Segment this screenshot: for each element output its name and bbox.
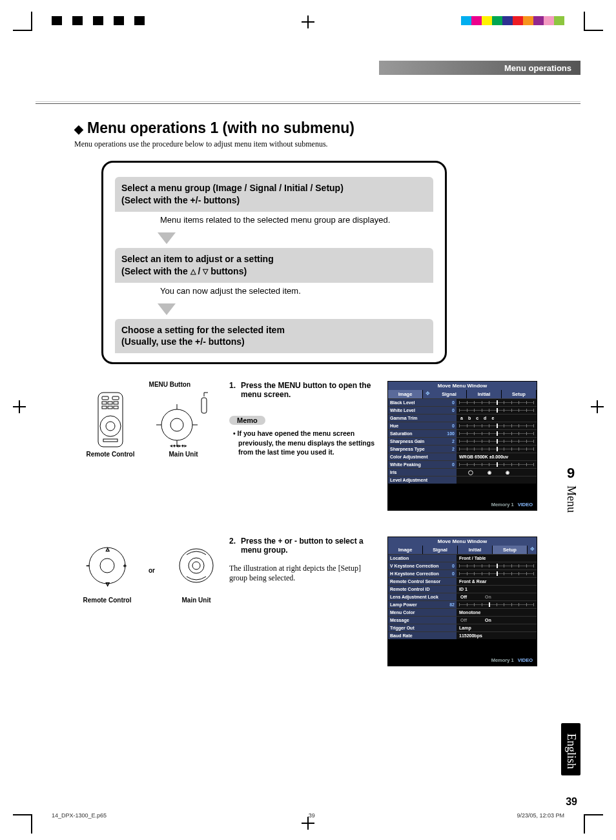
crop-mark-br — [584, 814, 603, 834]
svg-text:+: + — [123, 563, 127, 569]
flow-step-2-pre: (Select with the — [121, 266, 190, 276]
svg-point-27 — [189, 558, 204, 573]
menu-screenshot-2: Move Menu WindowImageSignalInitialSetup✥… — [387, 537, 537, 666]
instruction-row-1: MENU Button Remote Control — [74, 381, 546, 511]
svg-rect-3 — [102, 402, 107, 404]
footer-date: 9/23/05, 12:03 PM — [517, 812, 564, 819]
crop-mark-tl — [13, 12, 32, 31]
flow-step-2-line2: (Select with the △ / ▽ buttons) — [121, 265, 427, 278]
language-label: English — [564, 733, 578, 769]
flow-step-3-heading: Choose a setting for the selected item (… — [121, 325, 285, 347]
flow-step-2: Select an item to adjust or a setting (S… — [115, 248, 433, 283]
crop-mark-bl — [13, 814, 32, 834]
flow-step-1-note: Menu items related to the selected menu … — [115, 212, 433, 231]
svg-rect-4 — [108, 402, 112, 404]
color-bar-left — [52, 16, 155, 25]
step-2-note: The illustration at right depicts the [S… — [229, 564, 376, 583]
numbered-step-2: 2. Press the + or - button to select a m… — [229, 537, 376, 555]
header-section-bar: Menu operations — [36, 61, 580, 75]
flow-step-2-post: buttons) — [208, 266, 247, 276]
flow-step-2-note: You can now adjust the selected item. — [115, 283, 433, 302]
main-unit-dial-drawing: Main Unit — [170, 537, 222, 604]
svg-point-26 — [180, 549, 213, 582]
svg-text:−: − — [87, 563, 90, 569]
step-text-2: Press the + or - button to select a menu… — [241, 537, 376, 555]
main-unit-dial-icon — [174, 543, 219, 588]
svg-point-12 — [161, 409, 192, 440]
svg-point-21 — [100, 558, 114, 573]
registration-mark-top — [302, 15, 314, 28]
language-tab: English — [561, 723, 580, 775]
remote-icon — [94, 391, 127, 448]
memo-body-text: If you have opened the menu screen previ… — [238, 429, 375, 455]
svg-point-13 — [170, 418, 183, 431]
remote-dial-drawing: △▽ −+ Remote Control — [81, 537, 133, 604]
footer-page: 39 — [309, 812, 315, 819]
memo-body: • If you have opened the menu screen pre… — [229, 429, 376, 456]
registration-mark-left — [13, 400, 26, 413]
svg-rect-6 — [102, 406, 107, 409]
or-label: or — [149, 567, 155, 574]
main-unit-drawing: ◂ + ◂ ▸ + ▸ Main Unit — [148, 391, 219, 458]
svg-point-9 — [100, 416, 121, 436]
svg-point-28 — [192, 562, 200, 569]
menu-button-label: MENU Button — [74, 381, 229, 388]
instruction-row-2: △▽ −+ Remote Control or Main Unit — [74, 537, 546, 666]
svg-text:▽: ▽ — [106, 582, 110, 586]
header-section-title: Menu operations — [504, 63, 571, 73]
header-rule-light — [36, 101, 580, 102]
svg-rect-5 — [114, 402, 118, 404]
svg-rect-18 — [201, 398, 207, 413]
remote-control-drawing: Remote Control — [85, 391, 136, 458]
chapter-word: Menu — [564, 486, 578, 513]
remote-caption: Remote Control — [85, 451, 136, 458]
numbered-step-1: 1. Press the MENU button to open the men… — [229, 381, 376, 399]
flow-step-1-heading: Select a menu group (Image / Signal / In… — [121, 183, 344, 205]
svg-rect-11 — [103, 439, 118, 442]
main-unit-caption-2: Main Unit — [170, 597, 222, 604]
memo-heading: Memo — [229, 416, 265, 425]
step-number-2: 2. — [229, 537, 236, 555]
registration-mark-right — [591, 400, 604, 413]
page-number: 39 — [566, 796, 577, 808]
crop-mark-tr — [584, 12, 603, 31]
svg-point-10 — [106, 422, 115, 431]
footer-filename: 14_DPX-1300_E.p65 — [52, 812, 107, 819]
svg-rect-7 — [108, 406, 112, 409]
svg-point-20 — [89, 548, 125, 584]
flow-step-3: Choose a setting for the selected item (… — [115, 319, 433, 354]
chapter-number: 9 — [561, 465, 580, 482]
svg-rect-8 — [114, 406, 118, 409]
chapter-tab: 9 Menu — [561, 465, 580, 523]
device-illustration-1: MENU Button Remote Control — [74, 381, 229, 511]
remote-dial-icon: △▽ −+ — [85, 543, 130, 588]
header-rule — [36, 103, 580, 104]
intro-text: Menu operations use the procedure below … — [74, 139, 546, 149]
triangle-up-icon: △ — [190, 267, 196, 276]
diamond-bullet-icon: ◆ — [74, 123, 83, 136]
instruction-text-1: 1. Press the MENU button to open the men… — [229, 381, 387, 511]
main-unit-icon: ◂ + ◂ ▸ + ▸ — [151, 391, 216, 448]
svg-text:◂ + ◂ ▸ + ▸: ◂ + ◂ ▸ + ▸ — [170, 444, 187, 447]
svg-rect-0 — [98, 393, 123, 447]
arrow-down-icon — [158, 232, 176, 244]
instruction-text-2: 2. Press the + or - button to select a m… — [229, 537, 387, 666]
menu-screenshot-1: Move Menu WindowImage✥SignalInitialSetup… — [387, 381, 537, 511]
color-bar-right — [461, 16, 564, 25]
svg-rect-2 — [112, 396, 119, 400]
flow-step-1: Select a menu group (Image / Signal / In… — [115, 177, 433, 212]
device-illustration-2: △▽ −+ Remote Control or Main Unit — [74, 537, 229, 666]
main-unit-caption: Main Unit — [148, 451, 219, 458]
step-number-1: 1. — [229, 381, 236, 399]
arrow-down-icon-2 — [158, 303, 176, 315]
step-text-1: Press the MENU button to open the menu s… — [241, 381, 376, 399]
procedure-flow-box: Select a menu group (Image / Signal / In… — [101, 161, 447, 364]
main-content: ◆Menu operations 1 (with no submenu) Men… — [74, 119, 546, 666]
remote-caption-2: Remote Control — [81, 597, 133, 604]
svg-rect-1 — [102, 396, 108, 400]
registration-mark-bottom — [302, 817, 314, 830]
print-footer: 14_DPX-1300_E.p65 39 9/23/05, 12:03 PM — [52, 812, 564, 819]
page-title-text: Menu operations 1 (with no submenu) — [87, 119, 354, 136]
page-title: ◆Menu operations 1 (with no submenu) — [74, 119, 546, 137]
flow-step-2-line1: Select an item to adjust or a setting — [121, 253, 427, 265]
